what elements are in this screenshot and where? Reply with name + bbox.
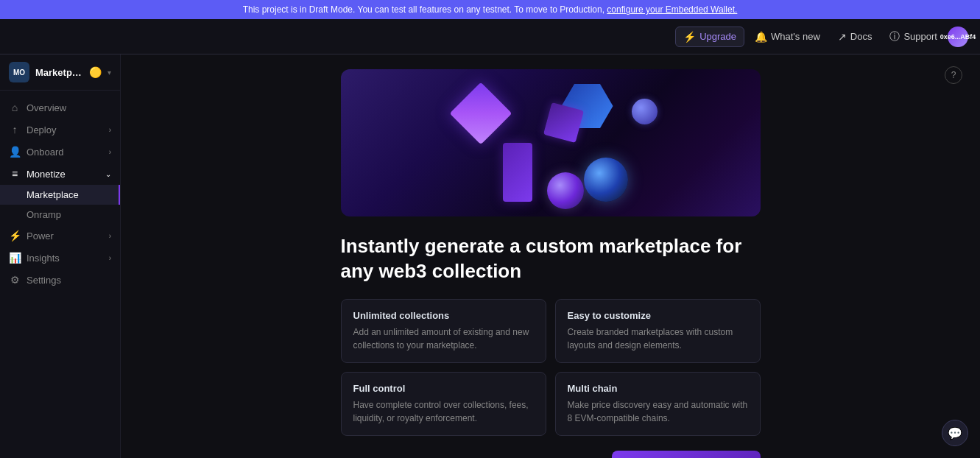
- sidebar-item-insights[interactable]: 📊 Insights ›: [0, 247, 120, 269]
- feature-card-2: Full control Have complete control over …: [341, 372, 546, 436]
- chat-bubble[interactable]: 💬: [942, 420, 968, 446]
- feature-title-2: Full control: [353, 383, 534, 394]
- sidebar-item-monetize[interactable]: ≡ Monetize ⌄: [0, 163, 120, 185]
- user-avatar[interactable]: 0xe6...ABf4: [948, 27, 968, 47]
- feature-grid: Unlimited collections Add an unlimited a…: [341, 299, 761, 436]
- project-name: Marketplace...: [35, 67, 83, 78]
- chevron-right-icon-power: ›: [109, 232, 111, 240]
- sidebar-item-overview[interactable]: ⌂ Overview: [0, 96, 120, 119]
- insights-icon: 📊: [9, 252, 21, 264]
- docs-button[interactable]: ↗ Docs: [831, 27, 880, 46]
- diamond-shape: [449, 82, 512, 145]
- sidebar-item-deploy[interactable]: ↑ Deploy ›: [0, 119, 120, 141]
- chat-icon: 💬: [948, 426, 962, 440]
- project-avatar: MO: [9, 62, 29, 82]
- cylinder-shape: [503, 143, 532, 202]
- feature-title-1: Easy to customize: [568, 310, 748, 321]
- sidebar-item-onboard-label: Onboard: [27, 147, 64, 158]
- feature-title-0: Unlimited collections: [353, 310, 534, 321]
- sidebar-item-settings[interactable]: ⚙ Settings: [0, 269, 120, 291]
- feature-card-0: Unlimited collections Add an unlimited a…: [341, 299, 546, 363]
- chevron-down-monetize-icon: ⌄: [105, 170, 111, 178]
- banner-text: This project is in Draft Mode. You can t…: [243, 4, 607, 15]
- sidebar-item-marketplace-label: Marketplace: [27, 189, 79, 200]
- deploy-icon: ↑: [9, 124, 21, 135]
- feature-card-3: Multi chain Make price discovery easy an…: [555, 372, 761, 436]
- onboard-icon: 👤: [9, 146, 21, 158]
- whats-new-button[interactable]: 🔔 What's new: [747, 27, 828, 46]
- lightning-icon: ⚡: [683, 31, 696, 43]
- feature-desc-1: Create branded marketplaces with custom …: [568, 325, 748, 352]
- upgrade-button[interactable]: ⚡ Upgrade: [675, 27, 744, 47]
- power-icon: ⚡: [9, 230, 21, 242]
- feature-title-3: Multi chain: [568, 383, 748, 394]
- project-selector[interactable]: MO Marketplace... 🟡 ▾: [0, 54, 120, 91]
- sidebar-item-marketplace[interactable]: Marketplace: [0, 185, 120, 205]
- create-marketplace-button[interactable]: Create my marketplace: [612, 451, 760, 458]
- sidebar: MO Marketplace... 🟡 ▾ ⌂ Overview ↑ Deplo…: [0, 54, 121, 458]
- chevron-down-icon: ▾: [107, 68, 111, 77]
- sidebar-item-overview-label: Overview: [27, 102, 66, 113]
- chevron-right-icon-onboard: ›: [109, 148, 111, 156]
- home-icon: ⌂: [9, 102, 21, 113]
- support-button[interactable]: ⓘ Support: [882, 27, 945, 47]
- page-headline: Instantly generate a custom marketplace …: [341, 234, 761, 284]
- main-content: ? Instantly generate a custom marketplac…: [121, 54, 980, 458]
- project-emoji: 🟡: [89, 66, 102, 78]
- bell-icon: 🔔: [755, 31, 767, 43]
- hero-image: [341, 69, 761, 216]
- feature-desc-0: Add an unlimited amount of existing and …: [353, 325, 534, 352]
- sidebar-item-onboard[interactable]: 👤 Onboard ›: [0, 141, 120, 163]
- small-sphere-shape: [632, 99, 658, 124]
- support-icon: ⓘ: [889, 30, 900, 43]
- support-label: Support: [903, 31, 937, 42]
- main-layout: MO Marketplace... 🟡 ▾ ⌂ Overview ↑ Deplo…: [0, 54, 980, 458]
- avatar-text: 0xe6...ABf4: [940, 33, 976, 40]
- sidebar-item-settings-label: Settings: [27, 275, 61, 286]
- sidebar-item-monetize-label: Monetize: [27, 169, 66, 180]
- header-actions: ⚡ Upgrade 🔔 What's new ↗ Docs ⓘ Support …: [675, 27, 968, 47]
- chevron-right-icon-insights: ›: [109, 254, 111, 262]
- sphere-shape: [584, 158, 628, 202]
- sidebar-item-power-label: Power: [27, 230, 54, 242]
- hero-shapes: [341, 69, 761, 216]
- project-initials: MO: [13, 68, 25, 77]
- feature-card-1: Easy to customize Create branded marketp…: [555, 299, 761, 363]
- configure-wallet-link[interactable]: configure your Embedded Wallet.: [607, 4, 737, 15]
- settings-icon: ⚙: [9, 274, 21, 286]
- feature-desc-3: Make price discovery easy and automatic …: [568, 398, 748, 425]
- help-icon[interactable]: ?: [945, 66, 962, 84]
- monetize-icon: ≡: [9, 168, 21, 180]
- whats-new-label: What's new: [771, 31, 820, 42]
- sphere2-shape: [547, 172, 584, 209]
- draft-mode-banner: This project is in Draft Mode. You can t…: [0, 0, 980, 19]
- docs-label: Docs: [850, 31, 873, 42]
- sidebar-nav: ⌂ Overview ↑ Deploy › 👤 Onboard › ≡ Mone…: [0, 91, 120, 458]
- sidebar-item-deploy-label: Deploy: [27, 124, 56, 135]
- sidebar-item-insights-label: Insights: [27, 253, 60, 264]
- cta-row: Create my marketplace: [341, 451, 761, 458]
- sidebar-item-onramp[interactable]: Onramp: [0, 205, 120, 225]
- upgrade-label: Upgrade: [699, 31, 736, 42]
- chevron-right-icon: ›: [109, 126, 111, 134]
- external-link-icon: ↗: [838, 31, 847, 43]
- header: ⚡ Upgrade 🔔 What's new ↗ Docs ⓘ Support …: [0, 19, 980, 54]
- sidebar-item-onramp-label: Onramp: [27, 209, 61, 220]
- feature-desc-2: Have complete control over collections, …: [353, 398, 534, 425]
- sidebar-item-power[interactable]: ⚡ Power ›: [0, 225, 120, 247]
